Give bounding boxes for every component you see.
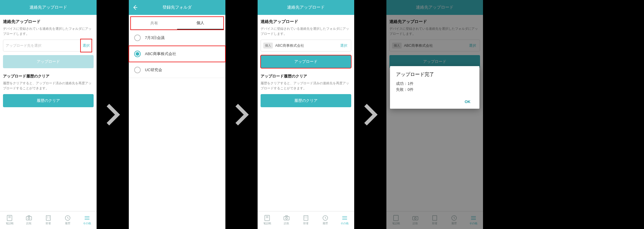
svg-rect-0 — [7, 215, 12, 221]
nav-history[interactable]: 履歴 — [315, 211, 335, 229]
header: 連絡先アップロード — [0, 0, 97, 15]
folder-item[interactable]: UC研究会 — [129, 62, 225, 78]
nav-phonebook[interactable]: 電話帳 — [258, 211, 277, 229]
section-desc: デバイスに登録されている連絡先を選択したフォルダにアップロードします。 — [261, 26, 351, 36]
svg-rect-5 — [28, 216, 30, 216]
clear-desc: 履歴をクリアすると、アップロード済みの連絡先を再度アップロードすることができます… — [3, 81, 94, 91]
clear-title: アップロード履歴のクリア — [261, 74, 351, 79]
upload-button[interactable]: アップロード — [261, 55, 351, 68]
svg-rect-6 — [46, 216, 50, 220]
screen-upload-ready: 連絡先アップロード 連絡先アップロード デバイスに登録されている連絡先を選択した… — [258, 0, 354, 229]
dialog-ok-button[interactable]: OK — [462, 98, 474, 106]
dialog-success-count: 成功：1件 — [396, 81, 473, 87]
nav-history[interactable]: 履歴 — [58, 211, 77, 229]
select-action[interactable]: 選択 — [81, 40, 91, 51]
chevron-right-icon — [234, 103, 249, 127]
step-arrow — [225, 0, 258, 229]
folder-type-badge: 個人 — [263, 43, 273, 49]
chevron-right-icon — [363, 103, 377, 127]
tab-personal[interactable]: 個人 — [177, 17, 223, 29]
screen-folder-select: 登録先フォルダ 共有 個人 7月3日会議 ABC商事株式会社 UC研究会 — [129, 0, 225, 229]
svg-rect-21 — [284, 216, 289, 220]
header: 登録先フォルダ — [129, 0, 225, 15]
svg-point-4 — [28, 217, 30, 219]
folder-item-selected[interactable]: ABC商事株式会社 — [129, 46, 225, 62]
section-desc: デバイスに登録されている連絡先を選択したフォルダにアップロードします。 — [3, 26, 94, 36]
select-destination[interactable]: アップロード先を選択 選択 — [3, 40, 94, 52]
header-title: 連絡先アップロード — [30, 5, 67, 10]
content: 連絡先アップロード デバイスに登録されている連絡先を選択したフォルダにアップロー… — [0, 15, 97, 211]
upload-complete-dialog: アップロード完了 成功：1件 失敗：0件 OK — [390, 66, 479, 109]
header: 連絡先アップロード — [258, 0, 354, 15]
radio-unchecked-icon — [134, 35, 141, 41]
select-placeholder: アップロード先を選択 — [6, 43, 41, 48]
nav-phonebook[interactable]: 電話帳 — [0, 211, 19, 229]
nav-other[interactable]: その他 — [77, 211, 97, 229]
screen-upload-complete: 連絡先アップロード 連絡先アップロード デバイスに登録されている連絡先を選択した… — [386, 0, 483, 229]
screen-upload-initial: 連絡先アップロード 連絡先アップロード デバイスに登録されている連絡先を選択した… — [0, 0, 97, 229]
svg-rect-3 — [26, 216, 32, 220]
bottom-nav: 電話帳 読取 部署 履歴 その他 — [0, 211, 97, 229]
folder-item[interactable]: 7月3日会議 — [129, 30, 225, 46]
upload-button[interactable]: アップロード — [3, 55, 94, 68]
svg-rect-24 — [304, 216, 308, 220]
header-title: 連絡先アップロード — [287, 5, 325, 10]
svg-rect-18 — [265, 215, 270, 221]
dialog-fail-count: 失敗：0件 — [396, 87, 473, 93]
modal-scrim — [386, 0, 483, 229]
dialog-title: アップロード完了 — [396, 71, 473, 78]
select-action[interactable]: 選択 — [339, 40, 349, 51]
svg-rect-23 — [286, 216, 287, 216]
content: 連絡先アップロード デバイスに登録されている連絡先を選択したフォルダにアップロー… — [258, 15, 354, 211]
nav-other[interactable]: その他 — [335, 211, 354, 229]
radio-unchecked-icon — [134, 67, 141, 73]
folder-list: 7月3日会議 ABC商事株式会社 UC研究会 — [129, 30, 225, 78]
nav-scan[interactable]: 読取 — [277, 211, 296, 229]
chevron-right-icon — [106, 103, 120, 127]
nav-department[interactable]: 部署 — [39, 211, 58, 229]
selected-folder: ABC商事株式会社 — [275, 43, 304, 48]
radio-checked-icon — [134, 51, 141, 57]
nav-department[interactable]: 部署 — [296, 211, 316, 229]
nav-scan[interactable]: 読取 — [19, 211, 39, 229]
arrow-left-icon — [132, 4, 138, 11]
clear-title: アップロード履歴のクリア — [3, 74, 94, 79]
svg-line-31 — [325, 218, 326, 219]
step-arrow — [97, 0, 129, 229]
svg-line-13 — [68, 218, 69, 219]
select-destination[interactable]: 個人 ABC商事株式会社 選択 — [261, 40, 351, 52]
bottom-nav: 電話帳 読取 部署 履歴 その他 — [258, 211, 354, 229]
step-arrow — [354, 0, 386, 229]
svg-point-22 — [286, 217, 287, 219]
tab-shared[interactable]: 共有 — [131, 17, 177, 29]
header-title: 登録先フォルダ — [162, 5, 192, 10]
clear-history-button[interactable]: 履歴のクリア — [261, 94, 351, 107]
tab-bar: 共有 個人 — [129, 15, 225, 30]
section-title: 連絡先アップロード — [3, 19, 94, 24]
clear-history-button[interactable]: 履歴のクリア — [3, 94, 94, 107]
clear-desc: 履歴をクリアすると、アップロード済みの連絡先を再度アップロードすることができます… — [261, 81, 351, 91]
back-button[interactable] — [132, 0, 138, 15]
section-title: 連絡先アップロード — [261, 19, 351, 24]
